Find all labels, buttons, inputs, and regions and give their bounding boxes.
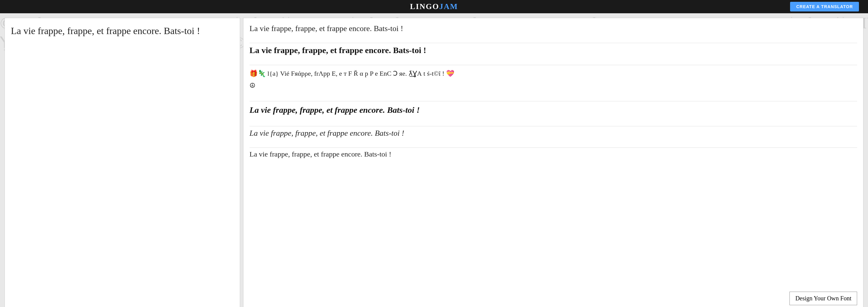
logo-jam: JAM <box>439 2 458 11</box>
logo-text: LINGOJAM <box>410 2 458 11</box>
font-row-3-text-p1: 🎁🦎 l{a} Vié Fяάpρe, frΛpp E, e т F Ř α p… <box>249 70 454 77</box>
divider-4 <box>249 126 857 126</box>
font-row-3-text-p2: ☮ <box>249 82 255 89</box>
left-panel: La vie frappe, frappe, et frappe encore.… <box>4 18 240 307</box>
font-row-3: 🎁🦎 l{a} Vié Fяάpρe, frΛpp E, e т F Ř α p… <box>249 68 857 94</box>
font-row-2-text: La vie frappe, frappe, et frappe encore.… <box>249 45 426 55</box>
divider-3 <box>249 101 857 101</box>
font-row-4-text: La vie frappe, frappe, et frappe encore.… <box>249 105 420 114</box>
divider-1 <box>249 43 857 43</box>
design-font-button[interactable]: Design Your Own Font <box>789 292 857 305</box>
divider-5 <box>249 147 857 148</box>
font-row-2: La vie frappe, frappe, et frappe encore.… <box>249 45 857 58</box>
divider-2 <box>249 65 857 65</box>
create-translator-button[interactable]: CREATE A TRANSLATOR <box>790 2 859 11</box>
main-area: La vie frappe, frappe, et frappe encore.… <box>0 13 868 307</box>
logo-lingo: LINGO <box>410 2 439 11</box>
font-row-4: La vie frappe, frappe, et frappe encore.… <box>249 104 857 119</box>
font-row-1: La vie frappe, frappe, et frappe encore.… <box>249 24 857 36</box>
navbar: LINGOJAM CREATE A TRANSLATOR <box>0 0 868 13</box>
right-panel: La vie frappe, frappe, et frappe encore.… <box>243 18 864 307</box>
font-row-5-text: La vie frappe, frappe, et frappe encore.… <box>249 129 404 138</box>
font-row-5: La vie frappe, frappe, et frappe encore.… <box>249 129 857 140</box>
input-textarea[interactable]: La vie frappe, frappe, et frappe encore.… <box>11 24 234 305</box>
logo: LINGOJAM <box>410 2 458 11</box>
font-row-6: La vie frappe, frappe, et frappe encore.… <box>249 150 857 161</box>
font-row-1-text: La vie frappe, frappe, et frappe encore.… <box>249 24 403 33</box>
font-row-6-text: La vie frappe, frappe, et frappe encore.… <box>249 150 392 158</box>
